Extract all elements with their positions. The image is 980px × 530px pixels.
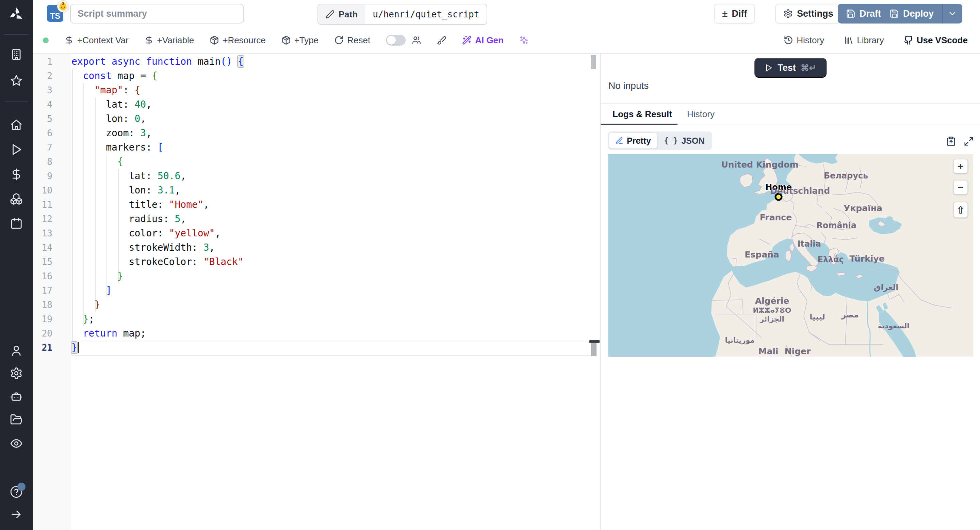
svg-text:Deutschland: Deutschland [770, 186, 830, 196]
map-canvas: Home United KingdomБеларусьDeutschlandУк… [608, 154, 973, 357]
svg-text:Mali: Mali [759, 346, 778, 356]
no-inputs-text: No inputs [608, 80, 649, 91]
svg-text:Беларусь: Беларусь [824, 171, 869, 180]
code-line[interactable]: 18 } [33, 298, 600, 312]
sidebar-item-schedules[interactable] [10, 217, 23, 231]
summary-input[interactable] [70, 4, 243, 24]
collab-toggle[interactable] [386, 35, 406, 46]
add-type-button[interactable]: +Type [282, 35, 319, 46]
copy-result-icon[interactable] [946, 136, 956, 147]
help-icon[interactable] [10, 485, 23, 500]
path-value[interactable]: u/henri/quiet_script [365, 5, 487, 24]
add-context-var-button[interactable]: +Context Var [64, 35, 129, 46]
dollar-icon [64, 35, 74, 45]
deploy-split-button: Deploy [881, 4, 962, 24]
sidebar-item-audit-logs[interactable] [10, 437, 23, 451]
map-zoom-in-button[interactable]: + [953, 159, 968, 173]
sidebar-expand-icon[interactable] [10, 508, 23, 522]
code-line[interactable]: 3 "map": { [33, 83, 600, 97]
history-button[interactable]: History [784, 35, 824, 46]
text-cursor [78, 342, 79, 353]
add-resource-button[interactable]: +Resource [210, 35, 266, 46]
collab-toggle-group [386, 35, 421, 46]
sidebar-item-resources[interactable] [10, 192, 23, 207]
sidebar-item-folders[interactable] [10, 413, 23, 428]
sidebar-item-runs[interactable] [10, 143, 23, 157]
result-view-toggle: Pretty { } JSON [608, 131, 712, 150]
deploy-button[interactable]: Deploy [881, 4, 942, 24]
code-line[interactable]: 17 ] [33, 283, 600, 298]
code-line[interactable]: 7 markers: [ [33, 140, 600, 155]
play-icon [765, 64, 773, 72]
diff-button[interactable]: ± Diff [714, 4, 755, 24]
code-line[interactable]: 5 lon: 0, [33, 112, 600, 126]
path-group[interactable]: Path u/henri/quiet_script [318, 4, 487, 25]
code-line[interactable]: 11 title: "Home", [33, 198, 600, 212]
sidebar-item-workspace[interactable] [10, 48, 23, 62]
settings-button[interactable]: Settings [775, 4, 842, 24]
format-button[interactable] [437, 35, 447, 45]
history-icon [784, 35, 793, 45]
ai-gen-button[interactable]: AI Gen [462, 35, 504, 46]
code-line[interactable]: 4 lat: 40, [33, 97, 600, 112]
sparkles-icon[interactable] [519, 35, 529, 45]
map-zoom-out-button[interactable]: − [953, 180, 968, 195]
code-lines: 1export async function main() {2 const m… [33, 54, 600, 355]
sidebar-item-settings[interactable] [10, 367, 23, 381]
users-icon [412, 35, 421, 45]
plus-minus-icon: ± [722, 8, 727, 19]
code-editor[interactable]: 1export async function main() {2 const m… [33, 54, 600, 530]
editor-scrollbar-thumb[interactable] [591, 55, 596, 69]
deploy-dropdown-button[interactable] [942, 4, 962, 24]
map-recenter-button[interactable]: ⇧ [953, 202, 968, 218]
code-line[interactable]: 19 }; [33, 312, 600, 326]
code-line[interactable]: 10 lon: 3.1, [33, 183, 600, 198]
sidebar-item-home[interactable] [10, 118, 23, 133]
gear-icon [783, 9, 793, 18]
code-line[interactable]: 16 } [33, 269, 600, 283]
pencil-icon [326, 10, 334, 19]
svg-text:ⵍⵣⵣⴰⵢⴻⵔ: ⵍⵣⵣⴰⵢⴻⵔ [753, 306, 791, 314]
expand-result-icon[interactable] [964, 136, 974, 147]
code-line[interactable]: 13 color: "yellow", [33, 226, 600, 241]
result-map[interactable]: Home United KingdomБеларусьDeutschlandУк… [608, 154, 973, 357]
editor-toolbar: +Context Var +Variable +Resource +Type R… [33, 27, 980, 54]
view-pretty[interactable]: Pretty [609, 133, 657, 148]
tab-logs-result[interactable]: Logs & Result [612, 109, 672, 120]
script-emoji: 👶 [57, 1, 69, 12]
code-line[interactable]: 6 zoom: 3, [33, 126, 600, 140]
code-line[interactable]: 15 strokeColor: "Black" [33, 255, 600, 269]
sidebar-item-user[interactable] [10, 344, 23, 358]
svg-text:ليبيا: ليبيا [810, 312, 825, 321]
sidebar-divider [4, 34, 29, 35]
use-vscode-button[interactable]: Use VScode [904, 35, 968, 46]
windmill-logo-icon[interactable] [8, 6, 24, 24]
code-line[interactable]: 14 strokeWidth: 3, [33, 241, 600, 255]
svg-text:România: România [816, 221, 856, 230]
library-icon [844, 35, 853, 45]
svg-text:Україна: Україна [843, 203, 882, 213]
view-json[interactable]: { } JSON [658, 133, 711, 148]
svg-text:Ελλάς: Ελλάς [817, 255, 843, 264]
chevron-down-icon [948, 9, 957, 18]
library-button[interactable]: Library [844, 35, 884, 46]
sidebar-item-favorites[interactable] [10, 74, 23, 89]
reset-button[interactable]: Reset [334, 35, 370, 46]
package-icon [210, 35, 219, 45]
code-line[interactable]: 9 lat: 50.6, [33, 169, 600, 183]
code-line[interactable]: 12 radius: 5, [33, 212, 600, 226]
code-line[interactable]: 20 return map; [33, 326, 600, 341]
code-line[interactable]: 1export async function main() { [33, 54, 600, 69]
tab-history[interactable]: History [687, 109, 714, 120]
test-button[interactable]: Test ⌘↵ [754, 58, 827, 78]
package-icon [282, 35, 291, 45]
code-line[interactable]: 21} [33, 341, 600, 355]
code-line[interactable]: 2 const map = { [33, 69, 600, 83]
code-line[interactable]: 8 { [33, 155, 600, 169]
sidebar-item-workers[interactable] [10, 390, 23, 404]
panel-splitter[interactable] [600, 54, 601, 530]
braces-icon: { } [664, 136, 678, 145]
add-variable-button[interactable]: +Variable [144, 35, 194, 46]
svg-text:موريتانيا: موريتانيا [725, 336, 755, 344]
sidebar-item-variables[interactable] [10, 168, 23, 182]
